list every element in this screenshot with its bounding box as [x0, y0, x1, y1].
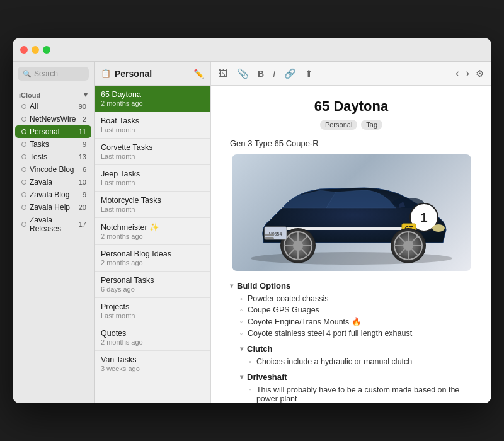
note-item-date: Last month [101, 205, 204, 213]
list-bullet: ◦ [240, 329, 243, 337]
sidebar-dot [21, 142, 26, 147]
sidebar-dot [21, 180, 26, 185]
sidebar-dot [21, 117, 26, 122]
note-item-title: Motorcycle Tasks [101, 196, 204, 205]
sidebar-item-tests[interactable]: Tests 13 [15, 151, 91, 163]
sidebar-item-label: Tests [30, 152, 47, 161]
sidebar-dot [21, 192, 26, 197]
note-list-item[interactable]: Personal Blog Ideas 2 months ago [94, 245, 210, 272]
note-list-item[interactable]: Notchmeister ✨ 2 months ago [94, 218, 210, 245]
sidebar-item-zavala-blog[interactable]: Zavala Blog 9 [15, 188, 91, 201]
note-item-title: Boat Tasks [101, 117, 204, 125]
note-item-date: Last month [101, 126, 204, 134]
list-item-text: Powder coated chassis [248, 294, 329, 303]
sidebar-item-badge: 13 [76, 153, 86, 161]
sidebar-item-tasks[interactable]: Tasks 9 [15, 138, 91, 151]
note-list-item[interactable]: Motorcycle Tasks Last month [94, 192, 210, 218]
list-item: ◦Coyote Engine/Trans Mounts 🔥 [230, 316, 472, 328]
sidebar-item-badge: 17 [76, 220, 86, 228]
sidebar-item-badge: 20 [76, 203, 86, 211]
sub-section-header: ▾Driveshaft [230, 372, 472, 382]
close-button[interactable] [20, 46, 28, 54]
svg-text:1: 1 [420, 210, 427, 224]
note-list-item[interactable]: Quotes 2 months ago [94, 324, 210, 351]
share-icon[interactable]: ⬆ [305, 68, 313, 79]
sidebar-item-left: Vincode Blog [21, 165, 74, 174]
sidebar-item-badge: 6 [76, 166, 86, 173]
sidebar-item-netnewswire[interactable]: NetNewsWire 2 [15, 113, 91, 125]
list-item-text: This will probably have to be a custom m… [256, 386, 472, 403]
sidebar-item-zavala-releases[interactable]: Zavala Releases 17 [15, 214, 91, 235]
note-item-date: 2 months ago [101, 338, 204, 346]
note-tag: Personal [320, 120, 357, 130]
sidebar-section-icloud: iCloud ▾ All 90 NetNewsWire 2 Personal 1… [13, 86, 94, 238]
list-item: ◦Coupe GPS Guages [230, 304, 472, 316]
sidebar-item-vincode-blog[interactable]: Vincode Blog 6 [15, 163, 91, 176]
sidebar-item-left: Zavala [21, 178, 52, 186]
note-tag-items: PersonalTag [320, 120, 382, 130]
sidebar-item-badge: 90 [76, 103, 86, 110]
toolbar-left: 🖼 📎 B I 🔗 ⬆ [219, 68, 313, 79]
note-list-item[interactable]: 65 Daytona 2 months ago [94, 86, 210, 112]
sub-section-label: Driveshaft [247, 372, 287, 382]
note-list-item[interactable]: Van Tasks 3 weeks ago [94, 351, 210, 377]
note-list-item[interactable]: Personal Tasks 6 days ago [94, 272, 210, 298]
sidebar-item-label: Vincode Blog [30, 165, 74, 174]
note-sections: ▾Build Options◦Powder coated chassis◦Cou… [230, 281, 472, 403]
edit-icon[interactable]: ✏️ [193, 69, 204, 79]
list-item: ◦Coyote stainless steel 4 port full leng… [230, 328, 472, 339]
italic-icon[interactable]: I [273, 69, 275, 79]
sidebar-group-label: iCloud ▾ [13, 88, 94, 100]
note-item-date: 6 days ago [101, 285, 204, 293]
note-list-item[interactable]: Corvette Tasks Last month [94, 139, 210, 165]
sidebar-item-label: Zavala Releases [30, 215, 76, 233]
note-item-title: Corvette Tasks [101, 143, 204, 152]
sidebar-item-left: Tests [21, 152, 47, 161]
link-icon[interactable]: 🔗 [284, 68, 296, 79]
forward-icon[interactable]: › [466, 67, 469, 80]
note-title: 65 Daytona [230, 98, 472, 115]
note-item-date: 2 months ago [101, 232, 204, 240]
note-item-title: Projects [101, 302, 204, 311]
note-list-item[interactable]: Projects Last month [94, 298, 210, 324]
back-icon[interactable]: ‹ [455, 67, 459, 80]
main-content: 🔍 Search iCloud ▾ All 90 NetNewsWire 2 P… [13, 62, 491, 403]
sidebar-item-label: Zavala Blog [30, 190, 69, 199]
attachment-icon[interactable]: 📎 [237, 68, 249, 79]
note-item-title: Personal Tasks [101, 276, 204, 285]
sidebar-item-left: Zavala Help [21, 203, 70, 212]
sidebar-item-personal[interactable]: Personal 11 [15, 125, 91, 138]
search-box[interactable]: 🔍 Search [18, 67, 89, 81]
sidebar-item-badge: 11 [76, 128, 86, 135]
sidebar-item-label: Personal [30, 127, 59, 136]
note-item-title: 65 Daytona [101, 90, 204, 99]
note-list-item[interactable]: Jeep Tasks Last month [94, 165, 210, 192]
note-item-date: Last month [101, 152, 204, 160]
note-list: 📋 Personal ✏️ 65 Daytona 2 months ago Bo… [94, 62, 211, 403]
image-icon[interactable]: 🖼 [219, 68, 228, 79]
sidebar-item-label: Tasks [30, 140, 49, 149]
app-window: 🔍 Search iCloud ▾ All 90 NetNewsWire 2 P… [13, 38, 491, 403]
section-chevron: ▾ [230, 282, 233, 289]
sidebar-item-left: All [21, 102, 38, 111]
sidebar-item-all[interactable]: All 90 [15, 100, 91, 113]
note-item-title: Jeep Tasks [101, 169, 204, 178]
sidebar-item-zavala[interactable]: Zavala 10 [15, 176, 91, 188]
svg-rect-23 [265, 237, 274, 239]
search-icon: 🔍 [23, 70, 32, 78]
bold-icon[interactable]: B [258, 69, 264, 79]
toolbar-right: ‹ › ⚙ [455, 67, 484, 80]
minimize-button[interactable] [32, 46, 39, 54]
note-subtitle: Gen 3 Type 65 Coupe-R [230, 139, 472, 148]
sidebar-item-badge: 9 [76, 191, 86, 198]
sidebar-dot [21, 205, 26, 210]
note-items-container: 65 Daytona 2 months ago Boat Tasks Last … [94, 86, 210, 377]
settings-icon[interactable]: ⚙ [476, 68, 484, 79]
fullscreen-button[interactable] [43, 46, 50, 54]
sidebar-item-zavala-help[interactable]: Zavala Help 20 [15, 201, 91, 214]
note-list-item[interactable]: Boat Tasks Last month [94, 112, 210, 139]
sidebar-item-badge: 9 [76, 140, 86, 148]
note-toolbar: 🖼 📎 B I 🔗 ⬆ ‹ › ⚙ [211, 62, 491, 86]
sidebar-item-left: Personal [21, 127, 59, 136]
list-item-text: Coyote Engine/Trans Mounts 🔥 [248, 317, 362, 326]
